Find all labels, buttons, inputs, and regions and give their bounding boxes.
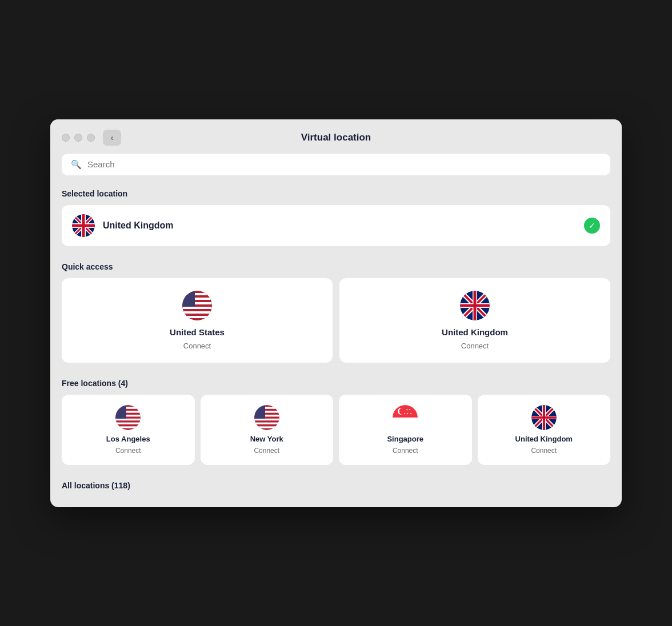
check-icon: ✓ (589, 221, 595, 230)
minimize-button[interactable] (74, 134, 82, 142)
all-locations-label[interactable]: All locations (118) (62, 481, 610, 490)
quick-access-uk[interactable]: United Kingdom Connect (339, 278, 610, 363)
search-bar[interactable]: 🔍 (62, 154, 610, 175)
free-location-sg[interactable]: ✦ ✦ ✦ ✦ ✦ Singapore Connect (339, 395, 472, 465)
free-locations-grid: Los Angeles Connect (62, 395, 610, 465)
titlebar: ‹ Virtual location (50, 119, 622, 154)
uk-name-quick: United Kingdom (442, 327, 508, 337)
svg-rect-48 (254, 405, 265, 419)
uk-action-free: Connect (531, 447, 557, 455)
sg-name: Singapore (387, 435, 423, 443)
svg-rect-30 (460, 304, 490, 307)
quick-access-label: Quick access (62, 262, 610, 271)
svg-text:✦ ✦: ✦ ✦ (406, 408, 411, 411)
us-action-quick: Connect (183, 342, 211, 350)
svg-rect-17 (182, 307, 212, 309)
svg-text:✦ ✦ ✦: ✦ ✦ ✦ (403, 412, 412, 415)
ny-action: Connect (254, 447, 279, 455)
free-location-uk[interactable]: United Kingdom Connect (478, 395, 611, 465)
sg-action: Connect (393, 447, 418, 455)
maximize-button[interactable] (87, 134, 95, 142)
la-name: Los Angeles (106, 435, 150, 443)
svg-rect-14 (182, 293, 212, 295)
ny-flag (254, 405, 279, 430)
svg-rect-18 (182, 311, 212, 314)
uk-flag-free (531, 405, 557, 430)
quick-access-us[interactable]: United States Connect (62, 278, 333, 363)
back-button[interactable]: ‹ (103, 130, 121, 146)
uk-name-free: United Kingdom (515, 435, 573, 443)
la-action: Connect (115, 447, 141, 455)
back-icon: ‹ (111, 133, 114, 142)
free-locations-label: Free locations (4) (62, 379, 610, 388)
svg-rect-65 (531, 416, 557, 419)
uk-flag-quick (460, 291, 490, 320)
search-icon: 🔍 (71, 159, 82, 170)
sg-flag: ✦ ✦ ✦ ✦ ✦ (393, 405, 418, 430)
la-flag (115, 405, 141, 430)
ny-name: New York (250, 435, 283, 443)
content-area: 🔍 Selected location (50, 154, 622, 490)
quick-access-grid: United States Connect (62, 278, 610, 363)
window-title: Virtual location (301, 132, 371, 143)
uk-action-quick: Connect (461, 342, 489, 350)
selected-location-left: United Kingdom (72, 214, 174, 237)
us-flag-quick (182, 291, 212, 320)
svg-rect-37 (115, 422, 141, 424)
free-location-ny[interactable]: New York Connect (201, 395, 334, 465)
svg-rect-19 (182, 316, 212, 318)
svg-rect-45 (254, 418, 279, 420)
us-name-quick: United States (170, 327, 225, 337)
svg-rect-38 (115, 426, 141, 428)
selected-location-label: Selected location (62, 189, 610, 198)
svg-rect-20 (182, 291, 195, 307)
free-location-la[interactable]: Los Angeles Connect (62, 395, 195, 465)
svg-rect-47 (254, 426, 279, 428)
svg-rect-46 (254, 422, 279, 424)
traffic-lights (62, 134, 95, 142)
selected-location-name: United Kingdom (103, 220, 174, 231)
selected-location-card[interactable]: United Kingdom ✓ (62, 205, 610, 246)
window: ‹ Virtual location 🔍 Selected location (50, 119, 622, 507)
search-input[interactable] (87, 159, 601, 169)
close-button[interactable] (62, 134, 70, 142)
selected-check-badge: ✓ (584, 218, 600, 234)
svg-rect-36 (115, 418, 141, 420)
selected-flag (72, 214, 95, 237)
svg-rect-39 (115, 405, 126, 419)
